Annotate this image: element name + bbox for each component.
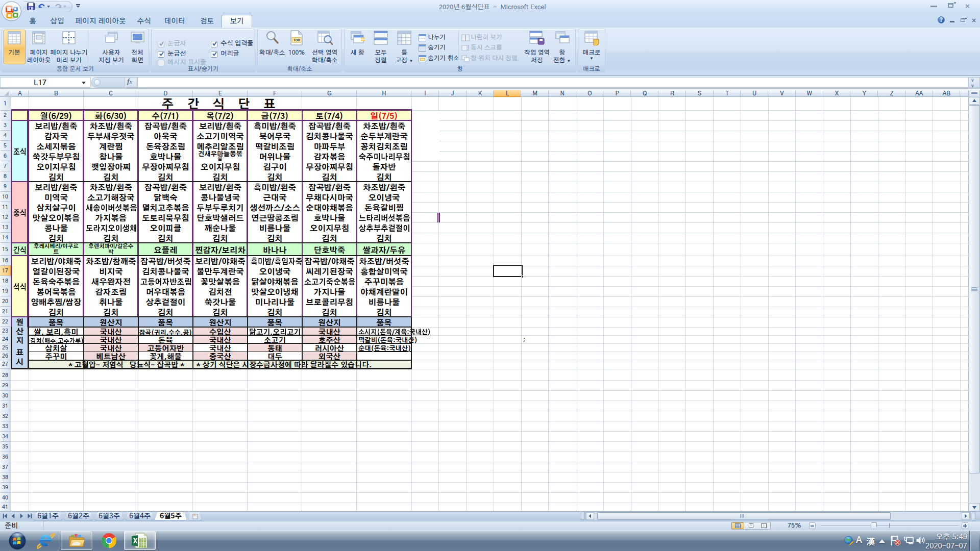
svg-text:100: 100 <box>293 38 300 42</box>
